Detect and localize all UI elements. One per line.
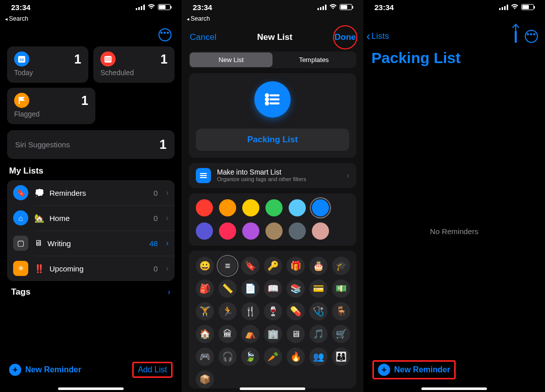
siri-count: 1 [159,137,167,152]
flagged-tile[interactable]: 1 Flagged [7,88,95,124]
icon-option[interactable]: 🪑 [332,302,350,320]
new-reminder-button[interactable]: + New Reminder [378,364,450,376]
icon-option[interactable]: 📖 [264,279,282,298]
wifi-icon [147,3,155,11]
chevron-right-icon: › [166,264,169,273]
icon-option[interactable]: 🏢 [264,325,282,343]
color-swatch[interactable] [219,222,236,240]
highlight-add-list: Add List [132,362,173,378]
icon-option[interactable]: 🔑 [264,257,282,275]
color-swatch[interactable] [289,199,306,216]
icon-option[interactable]: 🍴 [241,302,259,320]
home-indicator[interactable] [421,387,487,390]
icon-option[interactable]: ⛺ [241,325,259,343]
today-tile[interactable]: 22 1 Today [7,46,88,83]
icon-option[interactable]: 🥕 [264,348,282,366]
icon-option[interactable]: 🏋 [196,302,214,320]
home-indicator[interactable] [240,387,305,390]
color-swatch[interactable] [242,222,259,240]
done-button[interactable]: Done [335,32,356,42]
icon-option[interactable]: 🍷 [264,302,282,320]
icon-option[interactable]: 🏠 [196,325,214,343]
back-to-lists-button[interactable]: ‹ Lists [366,29,389,43]
chevron-left-icon: ‹ [366,29,370,43]
color-swatch[interactable] [196,222,213,240]
list-name-input[interactable]: Packing List [196,129,349,151]
color-swatch[interactable] [289,222,306,240]
icon-option[interactable]: 🎁 [287,257,305,275]
status-indicators [499,3,534,11]
highlight-new-reminder: + New Reminder [372,360,456,379]
tags-header-row[interactable]: Tags › [7,281,175,297]
color-swatch[interactable] [219,199,236,216]
icon-option[interactable]: 🎒 [196,279,214,298]
icon-option[interactable]: 👨‍👩‍👦 [332,348,350,366]
chevron-right-icon: › [166,239,169,248]
packing-list-screen: 23:34 Search ‹ Lists ••• Packing List No… [363,0,545,392]
my-lists-header: My Lists [7,159,175,180]
list-count: 0 [153,189,157,197]
color-swatch[interactable] [265,222,283,240]
icon-option[interactable]: 🩺 [309,302,328,320]
icon-option[interactable]: 🖥 [287,325,305,343]
segment-new-list[interactable]: New List [190,52,272,67]
segment-templates[interactable]: Templates [272,52,355,67]
list-row[interactable]: ✳‼️Upcoming0› [7,256,175,281]
icon-option[interactable]: 📚 [287,279,305,298]
icon-option[interactable]: ≡ [219,257,237,275]
color-swatch[interactable] [196,199,213,216]
scheduled-tile[interactable]: 1 Scheduled [93,46,175,83]
color-swatch[interactable] [312,199,329,216]
share-button[interactable] [515,31,517,42]
icon-option[interactable]: 💵 [332,279,350,298]
back-to-search[interactable]: Search [0,14,182,25]
battery-icon [340,4,352,10]
icon-option[interactable]: 🛒 [332,325,350,343]
list-row[interactable]: 🔖💭Reminders0› [7,180,175,205]
svg-point-9 [266,94,268,96]
add-list-button[interactable]: Add List [138,365,167,374]
segmented-control[interactable]: New List Templates [189,51,356,68]
icon-option[interactable]: 🏛 [219,325,237,343]
icon-option[interactable]: 🎮 [196,348,214,366]
color-swatch[interactable] [312,222,329,240]
list-name: Upcoming [49,264,147,273]
icon-option[interactable]: 📄 [241,279,259,298]
list-row[interactable]: ▢🖥Writing48› [7,231,175,256]
icon-option[interactable]: 🔖 [241,257,259,275]
home-indicator[interactable] [58,387,124,390]
today-label: Today [14,69,81,77]
icon-option[interactable]: 💳 [309,279,328,298]
icon-option[interactable]: 🎧 [219,348,237,366]
icon-option[interactable]: 🍃 [241,348,259,366]
list-row[interactable]: ⌂🏡Home0› [7,205,175,231]
more-button[interactable]: ••• [525,30,538,43]
new-reminder-button[interactable]: + New Reminder [9,364,81,376]
svg-text:22: 22 [20,58,24,62]
list-name: Reminders [49,189,147,197]
list-emoji: ‼️ [34,264,44,273]
more-button[interactable]: ••• [158,28,172,41]
svg-point-11 [266,98,268,100]
svg-rect-8 [110,60,111,61]
svg-rect-3 [105,58,106,59]
icon-option[interactable]: 📏 [219,279,237,298]
color-swatch[interactable] [265,199,283,216]
list-icon: ▢ [13,236,28,251]
icon-option[interactable]: 💊 [287,302,305,320]
scheduled-count: 1 [160,52,168,67]
icon-option[interactable]: 📦 [196,370,214,388]
cancel-button[interactable]: Cancel [190,32,216,42]
icon-option[interactable]: 👥 [309,348,328,366]
back-to-search[interactable]: Search [182,14,363,25]
color-swatch[interactable] [242,199,259,216]
icon-option[interactable]: 🔥 [287,348,305,366]
list-name: Home [49,214,147,222]
icon-option[interactable]: 😀 [196,257,214,275]
siri-suggestions-tile[interactable]: Siri Suggestions 1 [7,130,175,159]
icon-option[interactable]: 🎂 [309,257,328,275]
icon-option[interactable]: 🏃 [219,302,237,320]
icon-option[interactable]: 🎓 [332,257,350,275]
smart-list-option[interactable]: Make into Smart List Organize using tags… [189,163,356,188]
icon-option[interactable]: 🎵 [309,325,328,343]
